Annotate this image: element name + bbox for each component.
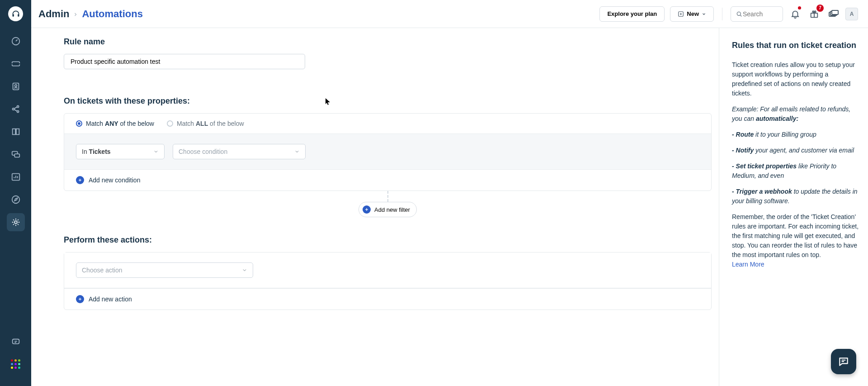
- nav-contacts[interactable]: [7, 77, 25, 95]
- divider: [722, 8, 722, 20]
- conditions-card: Match ANY of the below Match ALL of the …: [64, 113, 712, 191]
- help-closing: Remember, the order of the 'Ticket Creat…: [732, 212, 860, 269]
- filter-connector: Add new filter: [64, 191, 712, 217]
- plus-square-icon: [678, 11, 684, 17]
- breadcrumb-root[interactable]: Admin: [38, 8, 69, 20]
- add-filter-label: Add new filter: [374, 206, 410, 213]
- chat-bubble-icon: [838, 356, 849, 367]
- learn-more-link[interactable]: Learn More: [732, 261, 764, 268]
- breadcrumb: Admin Automations: [38, 8, 143, 20]
- nav-tickets[interactable]: [7, 55, 25, 73]
- action-select[interactable]: Choose action: [76, 262, 253, 278]
- nav-explore[interactable]: [7, 191, 25, 209]
- bell-icon: [790, 9, 800, 19]
- chevron-down-icon: [242, 267, 247, 273]
- svg-rect-1: [18, 14, 19, 17]
- stack-button[interactable]: [826, 7, 840, 21]
- chevron-down-icon: [294, 149, 300, 154]
- help-panel: Rules that run on ticket creation Ticket…: [719, 28, 868, 386]
- conditions-title: On tickets with these properties:: [64, 96, 712, 106]
- avatar[interactable]: A: [845, 8, 858, 20]
- stack-icon: [828, 9, 839, 19]
- left-sidebar: [0, 0, 31, 386]
- svg-point-4: [11, 63, 13, 65]
- svg-point-8: [12, 108, 14, 110]
- gifts-button[interactable]: 7: [807, 7, 821, 21]
- chart-icon: [11, 172, 21, 182]
- header: Admin Automations Explore your plan New …: [31, 0, 868, 28]
- chevron-down-icon: [153, 149, 159, 154]
- breadcrumb-current[interactable]: Automations: [82, 8, 142, 20]
- plus-circle-icon: [76, 295, 84, 303]
- search-field[interactable]: [731, 6, 783, 22]
- svg-point-18: [737, 12, 741, 15]
- svg-rect-3: [12, 62, 19, 66]
- svg-point-9: [17, 105, 19, 107]
- contact-icon: [11, 81, 21, 91]
- nav-messages[interactable]: [7, 333, 25, 351]
- svg-point-10: [17, 110, 19, 112]
- help-trigger: - Trigger a webhook to update the detail…: [732, 187, 860, 206]
- share-icon: [11, 104, 21, 114]
- compass-icon: [11, 195, 21, 205]
- nav-social[interactable]: [7, 100, 25, 118]
- add-action-button[interactable]: Add new action: [64, 288, 711, 310]
- radio-unchecked-icon: [167, 120, 173, 127]
- svg-rect-0: [12, 14, 14, 17]
- help-route: - Route it to your Billing group: [732, 130, 860, 139]
- notifications-button[interactable]: [788, 7, 802, 21]
- help-title: Rules that run on ticket creation: [732, 41, 860, 50]
- new-button-label: New: [687, 10, 699, 17]
- notification-dot: [798, 6, 801, 10]
- nav-solutions[interactable]: [7, 123, 25, 141]
- search-icon: [736, 10, 743, 18]
- svg-point-14: [12, 196, 19, 204]
- svg-point-15: [14, 221, 17, 224]
- match-all-label: Match ALL of the below: [177, 120, 244, 127]
- chat-icon: [11, 149, 21, 159]
- svg-point-5: [19, 63, 20, 65]
- condition-select[interactable]: Choose condition: [173, 144, 306, 159]
- gear-icon: [11, 217, 21, 227]
- help-notify: - Notify your agent, and customer via em…: [732, 146, 860, 155]
- scope-select-value: In Tickets: [82, 148, 111, 155]
- condition-placeholder: Choose condition: [179, 148, 227, 155]
- add-action-label: Add new action: [89, 295, 132, 303]
- nav-admin[interactable]: [7, 213, 25, 231]
- actions-title: Perform these actions:: [64, 235, 712, 245]
- main-content: Rule name On tickets with these properti…: [31, 28, 737, 386]
- help-intro: Ticket creation rules allow you to setup…: [732, 60, 860, 98]
- match-any-radio[interactable]: Match ANY of the below: [76, 120, 154, 127]
- rule-name-label: Rule name: [64, 37, 712, 47]
- headset-icon: [11, 10, 20, 19]
- add-condition-button[interactable]: Add new condition: [64, 169, 711, 191]
- explore-plan-button[interactable]: Explore your plan: [599, 6, 665, 22]
- radio-checked-icon: [76, 120, 82, 127]
- plus-circle-icon: [363, 205, 371, 214]
- svg-rect-22: [832, 10, 838, 14]
- chat-fab[interactable]: [831, 349, 856, 374]
- search-input[interactable]: [743, 10, 774, 18]
- help-set: - Set ticket properties like Priority to…: [732, 162, 860, 181]
- actions-card: Choose action Add new action: [64, 252, 712, 310]
- add-condition-label: Add new condition: [89, 176, 140, 184]
- gifts-badge: 7: [816, 5, 824, 12]
- apps-grid-icon: [11, 359, 21, 369]
- add-filter-button[interactable]: Add new filter: [359, 202, 417, 217]
- action-placeholder: Choose action: [82, 267, 123, 274]
- rule-name-input[interactable]: [64, 54, 305, 69]
- nav-apps[interactable]: [7, 355, 25, 373]
- match-all-radio[interactable]: Match ALL of the below: [167, 120, 244, 127]
- app-logo[interactable]: [8, 6, 23, 21]
- nav-analytics[interactable]: [7, 168, 25, 186]
- nav-forums[interactable]: [7, 145, 25, 163]
- scope-select[interactable]: In Tickets: [76, 144, 165, 159]
- gauge-icon: [11, 36, 21, 46]
- match-any-label: Match ANY of the below: [86, 120, 154, 127]
- svg-point-7: [14, 85, 17, 87]
- help-example: Example: For all emails related to refun…: [732, 105, 860, 124]
- nav-dashboard[interactable]: [7, 32, 25, 50]
- book-icon: [11, 127, 21, 137]
- new-button[interactable]: New: [670, 6, 714, 22]
- chevron-down-icon: [702, 12, 706, 16]
